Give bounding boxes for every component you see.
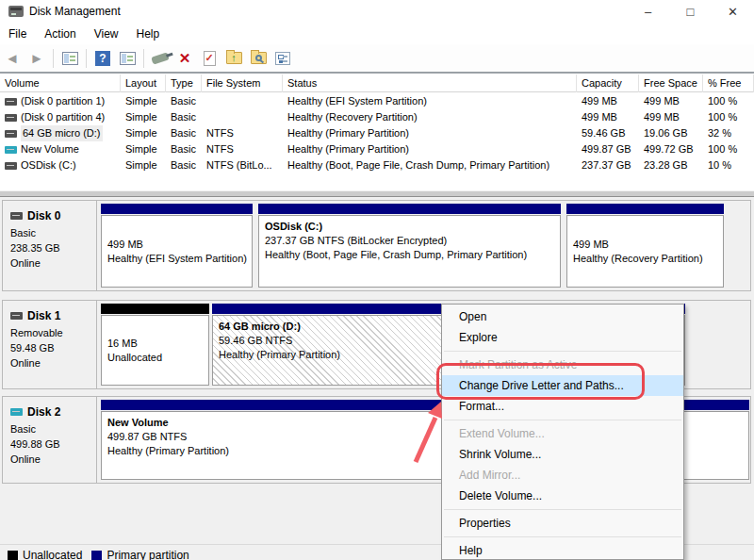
volume-name: New Volume — [21, 141, 79, 157]
menu-separator — [444, 351, 681, 352]
menu-item-add-mirror: Add Mirror... — [442, 465, 683, 486]
explore-folder-icon[interactable] — [247, 47, 270, 70]
column-header-layout[interactable]: Layout — [121, 74, 166, 92]
free-space-value: 499.72 GB — [639, 141, 703, 157]
fs-value: NTFS — [202, 141, 283, 157]
column-header-file-system[interactable]: File System — [202, 74, 283, 92]
show-console-tree-icon[interactable] — [58, 47, 81, 70]
menu-item-format[interactable]: Format... — [442, 396, 683, 417]
volume-name: (Disk 0 partition 1) — [21, 93, 105, 109]
volume-name: (Disk 0 partition 4) — [21, 109, 105, 125]
drive-icon — [5, 114, 17, 122]
menu-item-delete-volume[interactable]: Delete Volume... — [442, 486, 683, 506]
menu-file[interactable]: File — [0, 25, 36, 43]
splitter-bar[interactable] — [0, 190, 754, 197]
fs-value — [202, 93, 283, 109]
partition-status: Unallocated — [107, 351, 208, 365]
layout-value: Simple — [121, 109, 166, 125]
title-bar: Disk Management – □ ✕ — [0, 0, 754, 23]
fs-value — [202, 109, 283, 125]
partition-status: Healthy (Recovery Partition) — [573, 252, 723, 266]
fs-value: NTFS — [202, 125, 283, 141]
menu-item-explore[interactable]: Explore — [442, 327, 683, 348]
drive-icon — [5, 146, 17, 154]
app-icon — [8, 6, 24, 17]
column-header-capacity[interactable]: Capacity — [577, 74, 639, 92]
menu-view[interactable]: View — [86, 25, 128, 43]
pct-free-value: 100 % — [703, 141, 754, 157]
primary-partition-bar — [101, 204, 253, 214]
menu-item-mark-partition-active: Mark Partition as Active — [442, 354, 683, 375]
primary-partition-bar — [258, 204, 561, 214]
table-row[interactable]: OSDisk (C:) Simple Basic NTFS (BitLo... … — [0, 157, 754, 173]
forward-icon[interactable]: ► — [25, 47, 48, 70]
unallocated-swatch — [8, 551, 18, 560]
pct-free-value: 32 % — [703, 125, 754, 141]
disk-state: Online — [10, 355, 96, 371]
menu-item-shrink-volume[interactable]: Shrink Volume... — [442, 444, 683, 465]
toolbar: ◄ ► ? ✕ ✓ ↑ — [0, 44, 754, 74]
context-menu: Open Explore Mark Partition as Active Ch… — [441, 304, 684, 560]
table-row[interactable]: (Disk 0 partition 1) Simple Basic Health… — [0, 93, 754, 109]
console-window-icon[interactable] — [116, 47, 139, 70]
disk-kind: Basic — [10, 225, 96, 240]
drive-icon — [5, 130, 17, 138]
check-status-icon[interactable]: ✓ — [198, 47, 221, 70]
pct-free-value: 10 % — [703, 157, 754, 173]
back-icon[interactable]: ◄ — [1, 47, 24, 70]
column-header-pct-free[interactable]: % Free — [703, 74, 754, 92]
toolbar-separator — [53, 49, 54, 68]
table-row-selected[interactable]: 64 GB micro (D:) Simple Basic NTFS Healt… — [0, 125, 754, 141]
menu-item-help[interactable]: Help — [442, 540, 683, 560]
type-value: Basic — [166, 141, 202, 157]
partition-status: Healthy (Boot, Page File, Crash Dump, Pr… — [265, 248, 560, 262]
disk-kind: Basic — [10, 421, 96, 436]
menu-item-properties[interactable]: Properties — [442, 513, 683, 534]
properties-list-icon[interactable] — [271, 47, 294, 70]
disk-tool-icon[interactable] — [149, 47, 172, 70]
partition-osdisk-c[interactable]: OSDisk (C:) 237.37 GB NTFS (BitLocker En… — [258, 204, 561, 288]
column-header-free-space[interactable]: Free Space — [639, 74, 703, 92]
menu-item-open[interactable]: Open — [442, 306, 683, 327]
partition-unallocated[interactable]: 16 MB Unallocated — [101, 304, 209, 386]
legend-unallocated: Unallocated — [8, 549, 82, 560]
table-row[interactable]: New Volume Simple Basic NTFS Healthy (Pr… — [0, 141, 754, 157]
close-button[interactable]: ✕ — [712, 0, 754, 23]
disk-name: Disk 1 — [27, 308, 60, 323]
column-header-volume[interactable]: Volume — [0, 74, 121, 92]
drive-icon — [5, 162, 17, 170]
disk-name: Disk 2 — [27, 404, 60, 420]
disk-size: 59.48 GB — [10, 340, 96, 355]
menu-item-change-drive-letter[interactable]: Change Drive Letter and Paths... — [442, 375, 683, 396]
free-space-value: 23.28 GB — [639, 157, 703, 173]
disk-icon — [10, 408, 23, 416]
layout-value: Simple — [121, 157, 166, 173]
disk1-header[interactable]: Disk 1 Removable 59.48 GB Online — [3, 301, 97, 388]
primary-partition-bar — [566, 204, 724, 214]
column-header-type[interactable]: Type — [166, 74, 202, 92]
status-value: Healthy (Primary Partition) — [283, 125, 577, 141]
type-value: Basic — [166, 157, 202, 173]
table-row[interactable]: (Disk 0 partition 4) Simple Basic Health… — [0, 109, 754, 125]
menu-separator — [444, 420, 681, 420]
menu-help[interactable]: Help — [128, 25, 170, 43]
delete-icon[interactable]: ✕ — [173, 47, 196, 70]
column-header-status[interactable]: Status — [283, 74, 577, 92]
help-icon[interactable]: ? — [91, 47, 114, 70]
free-space-value: 499 MB — [639, 93, 703, 109]
window-title: Disk Management — [29, 5, 121, 18]
partition-efi[interactable]: 499 MB Healthy (EFI System Partition) — [101, 204, 253, 288]
minimize-button[interactable]: – — [627, 0, 669, 23]
partition-size: 499 MB — [573, 238, 723, 252]
disk0-header[interactable]: Disk 0 Basic 238.35 GB Online — [3, 201, 97, 290]
disk-state: Online — [10, 452, 96, 467]
menu-action[interactable]: Action — [36, 25, 85, 43]
disk-state: Online — [10, 255, 96, 271]
disk2-header[interactable]: Disk 2 Basic 499.88 GB Online — [3, 397, 97, 483]
maximize-button[interactable]: □ — [669, 0, 712, 23]
menu-separator — [444, 509, 681, 510]
partition-recovery[interactable]: 499 MB Healthy (Recovery Partition) — [566, 204, 724, 288]
open-folder-icon[interactable]: ↑ — [222, 47, 245, 70]
partition-status: Healthy (EFI System Partition) — [107, 252, 252, 266]
layout-value: Simple — [121, 93, 166, 109]
